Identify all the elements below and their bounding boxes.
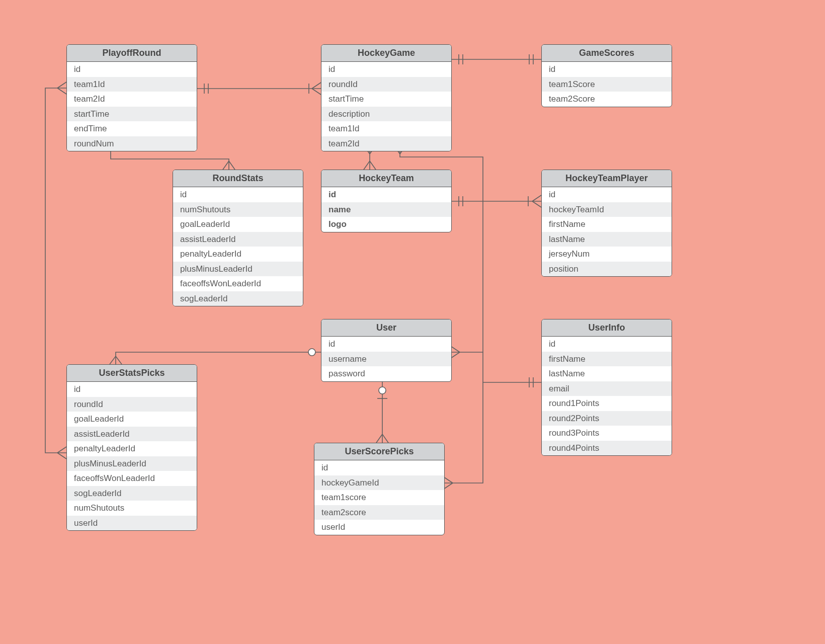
field: lastName bbox=[542, 232, 672, 247]
svg-line-4 bbox=[312, 89, 321, 95]
svg-line-42 bbox=[57, 447, 66, 453]
entity-playoff-round: PlayoffRound id team1Id team2Id startTim… bbox=[66, 44, 197, 151]
entity-hockey-team: HockeyTeam id name logo bbox=[321, 170, 452, 232]
field: team2Score bbox=[542, 92, 672, 107]
field: roundId bbox=[321, 77, 451, 92]
field: assistLeaderId bbox=[173, 232, 303, 247]
entity-title: User bbox=[321, 319, 451, 337]
field: id bbox=[67, 62, 197, 77]
field: jerseyNum bbox=[542, 247, 672, 262]
svg-line-19 bbox=[370, 161, 376, 170]
field: round1Points bbox=[542, 396, 672, 411]
field: round4Points bbox=[542, 441, 672, 456]
field: team1score bbox=[314, 490, 444, 505]
er-diagram-canvas: PlayoffRound id team1Id team2Id startTim… bbox=[0, 0, 825, 644]
entity-user-score-picks: UserScorePicks id hockeyGameId team1scor… bbox=[314, 443, 445, 535]
entity-title: UserStatsPicks bbox=[67, 365, 197, 382]
svg-line-33 bbox=[110, 356, 116, 364]
field: id bbox=[321, 62, 451, 77]
svg-line-14 bbox=[229, 161, 235, 170]
field: plusMinusLeaderId bbox=[67, 456, 197, 471]
field: team2score bbox=[314, 505, 444, 520]
entity-round-stats: RoundStats id numShutouts goalLeaderId a… bbox=[173, 170, 303, 306]
svg-line-41 bbox=[444, 483, 453, 489]
entity-title: PlayoffRound bbox=[67, 45, 197, 62]
svg-line-45 bbox=[57, 88, 66, 94]
field: email bbox=[542, 381, 672, 396]
field: id bbox=[67, 382, 197, 397]
entity-title: UserScorePicks bbox=[314, 443, 444, 460]
field: password bbox=[321, 366, 451, 381]
field: logo bbox=[321, 217, 451, 232]
svg-line-18 bbox=[364, 161, 370, 170]
field: id bbox=[173, 187, 303, 202]
field: assistLeaderId bbox=[67, 427, 197, 442]
svg-line-24 bbox=[532, 201, 541, 207]
field: id bbox=[542, 187, 672, 202]
svg-line-34 bbox=[116, 356, 122, 364]
field: round3Points bbox=[542, 426, 672, 441]
entity-hockey-game: HockeyGame id roundId startTime descript… bbox=[321, 44, 452, 151]
field: team1Score bbox=[542, 77, 672, 92]
svg-line-28 bbox=[451, 346, 460, 352]
field: lastName bbox=[542, 366, 672, 381]
entity-title: HockeyGame bbox=[321, 45, 451, 62]
field: team1Id bbox=[321, 121, 451, 136]
field: id bbox=[542, 337, 672, 352]
svg-line-44 bbox=[57, 82, 66, 88]
field: numShutouts bbox=[173, 202, 303, 217]
field: id bbox=[542, 62, 672, 77]
entity-hockey-team-player: HockeyTeamPlayer id hockeyTeamId firstNa… bbox=[541, 170, 672, 277]
entity-title: HockeyTeam bbox=[321, 170, 451, 187]
field: description bbox=[321, 107, 451, 122]
field: goalLeaderId bbox=[173, 217, 303, 232]
field: userId bbox=[67, 516, 197, 531]
field: startTime bbox=[67, 107, 197, 122]
field: sogLeaderId bbox=[67, 486, 197, 501]
field: penaltyLeaderId bbox=[173, 247, 303, 262]
field: firstName bbox=[542, 352, 672, 367]
field: id bbox=[321, 187, 451, 202]
field: position bbox=[542, 262, 672, 277]
field: hockeyGameId bbox=[314, 475, 444, 491]
field: username bbox=[321, 352, 451, 367]
svg-line-29 bbox=[451, 352, 460, 358]
field: round2Points bbox=[542, 411, 672, 426]
entity-title: RoundStats bbox=[173, 170, 303, 187]
field: faceoffsWonLeaderId bbox=[173, 276, 303, 291]
field: penaltyLeaderId bbox=[67, 441, 197, 456]
field: startTime bbox=[321, 92, 451, 107]
field: faceoffsWonLeaderId bbox=[67, 471, 197, 486]
entity-title: HockeyTeamPlayer bbox=[542, 170, 672, 187]
field: team2Id bbox=[67, 92, 197, 107]
field: team1Id bbox=[67, 77, 197, 92]
field: hockeyTeamId bbox=[542, 202, 672, 217]
field: roundId bbox=[67, 397, 197, 412]
field: team2Id bbox=[321, 136, 451, 151]
field: name bbox=[321, 202, 451, 217]
svg-line-43 bbox=[57, 453, 66, 459]
field: id bbox=[314, 460, 444, 475]
svg-line-13 bbox=[223, 161, 229, 170]
svg-point-36 bbox=[379, 387, 386, 394]
field: firstName bbox=[542, 217, 672, 232]
field: userId bbox=[314, 520, 444, 535]
field: goalLeaderId bbox=[67, 412, 197, 427]
field: id bbox=[321, 337, 451, 352]
svg-point-32 bbox=[308, 349, 315, 356]
svg-line-40 bbox=[444, 477, 453, 483]
field: sogLeaderId bbox=[173, 291, 303, 306]
svg-line-23 bbox=[532, 195, 541, 201]
field: roundNum bbox=[67, 136, 197, 151]
entity-user: User id username password bbox=[321, 319, 452, 382]
entity-game-scores: GameScores id team1Score team2Score bbox=[541, 44, 672, 107]
field: plusMinusLeaderId bbox=[173, 262, 303, 277]
entity-user-stats-picks: UserStatsPicks id roundId goalLeaderId a… bbox=[66, 364, 197, 531]
svg-line-3 bbox=[312, 83, 321, 89]
entity-title: UserInfo bbox=[542, 319, 672, 337]
entity-title: GameScores bbox=[542, 45, 672, 62]
svg-line-37 bbox=[376, 434, 382, 443]
entity-user-info: UserInfo id firstName lastName email rou… bbox=[541, 319, 672, 456]
svg-line-38 bbox=[382, 434, 388, 443]
field: numShutouts bbox=[67, 501, 197, 516]
